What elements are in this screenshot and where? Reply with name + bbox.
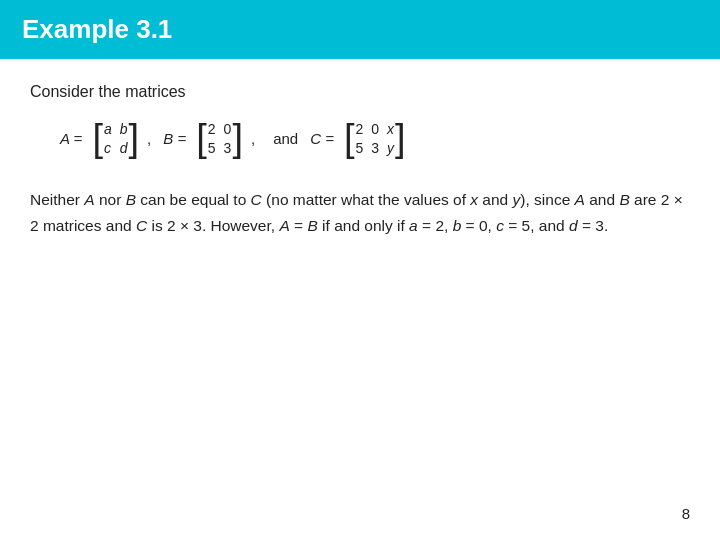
cell-a: a [104, 121, 112, 137]
consider-text: Consider the matrices [30, 83, 690, 101]
comma-2: , [251, 130, 255, 147]
description-paragraph: Neither A nor B can be equal to C (no ma… [30, 187, 690, 238]
cell-b: b [120, 121, 128, 137]
bracket-right-C: ] [395, 119, 406, 157]
cell-B-01: 0 [224, 121, 232, 137]
bracket-left-B: [ [196, 119, 207, 157]
cell-d: d [120, 140, 128, 156]
bracket-left-C: [ [344, 119, 355, 157]
matrix-C-grid: 2 0 x 5 3 y [356, 121, 395, 156]
matrices-row: A = [ a b c d ] , B = [ 2 0 5 3 ] , [60, 119, 690, 157]
page-title: Example 3.1 [22, 14, 698, 45]
cell-C-02: x [387, 121, 394, 137]
page-number: 8 [682, 505, 690, 522]
and-text: and [273, 130, 298, 147]
matrix-B-grid: 2 0 5 3 [208, 121, 232, 156]
matrix-C: [ 2 0 x 5 3 y ] [344, 119, 406, 157]
matrix-A-grid: a b c d [104, 121, 128, 156]
cell-C-12: y [387, 140, 394, 156]
matrix-A: [ a b c d ] [92, 119, 139, 157]
cell-C-11: 3 [371, 140, 379, 156]
cell-C-01: 0 [371, 121, 379, 137]
content: Consider the matrices A = [ a b c d ] , … [0, 83, 720, 238]
bracket-left-A: [ [92, 119, 103, 157]
matrix-B: [ 2 0 5 3 ] [196, 119, 243, 157]
bracket-right-A: ] [129, 119, 140, 157]
cell-C-10: 5 [356, 140, 364, 156]
cell-B-10: 5 [208, 140, 216, 156]
matrix-A-label: A = [60, 130, 82, 147]
matrix-B-label: B = [163, 130, 186, 147]
bracket-right-B: ] [232, 119, 243, 157]
cell-C-00: 2 [356, 121, 364, 137]
cell-B-11: 3 [224, 140, 232, 156]
comma-1: , [147, 130, 151, 147]
matrix-C-label: C = [310, 130, 334, 147]
cell-B-00: 2 [208, 121, 216, 137]
header: Example 3.1 [0, 0, 720, 59]
cell-c: c [104, 140, 112, 156]
